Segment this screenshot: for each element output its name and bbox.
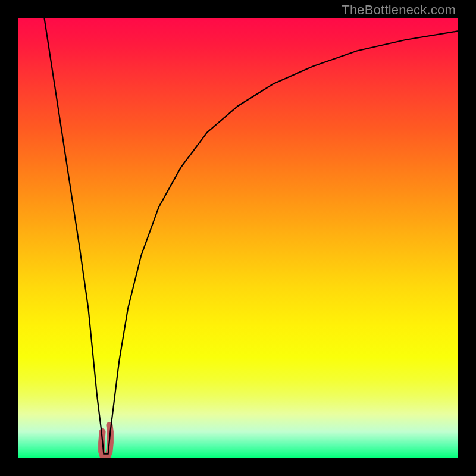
chart-frame: TheBottleneck.com (0, 0, 476, 476)
watermark-text: TheBottleneck.com (342, 2, 456, 18)
bottleneck-curve-path (44, 18, 458, 454)
plot-area (18, 18, 458, 458)
curve-layer (18, 18, 458, 458)
